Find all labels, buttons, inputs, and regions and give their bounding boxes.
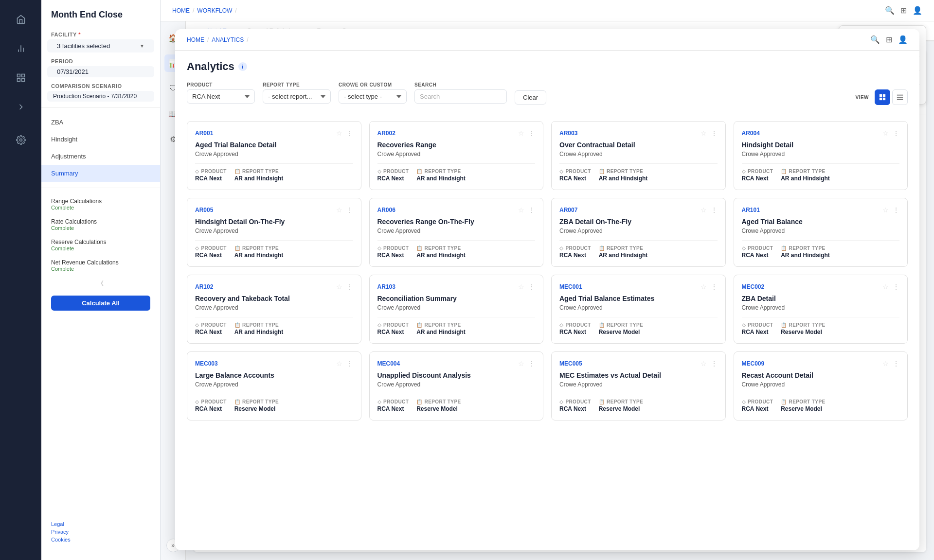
analytics-card[interactable]: AR102 ☆ ⋮ Recovery and Takeback Total Cr… bbox=[187, 275, 361, 344]
grid-view-button[interactable] bbox=[875, 89, 890, 105]
analytics-card[interactable]: AR101 ☆ ⋮ Aged Trial Balance Crowe Appro… bbox=[734, 198, 908, 267]
search-icon-2[interactable]: 🔍 bbox=[870, 35, 880, 44]
product-value: RCA Next bbox=[195, 405, 227, 412]
facility-selector[interactable]: 3 facilities selected ▼ bbox=[47, 39, 154, 52]
search-label: SEARCH bbox=[414, 82, 507, 88]
star-icon[interactable]: ☆ bbox=[882, 129, 889, 137]
net-revenue-calculations[interactable]: Net Revenue Calculations Complete bbox=[41, 255, 160, 276]
analytics-card[interactable]: AR003 ☆ ⋮ Over Contractual Detail Crowe … bbox=[551, 121, 726, 190]
star-icon[interactable]: ☆ bbox=[518, 360, 524, 368]
card-divider bbox=[559, 240, 718, 241]
card-actions: ☆ ⋮ bbox=[518, 360, 535, 368]
analytics-card[interactable]: AR004 ☆ ⋮ Hindsight Detail Crowe Approve… bbox=[734, 121, 908, 190]
report-type-select[interactable]: - select report... bbox=[263, 89, 331, 104]
analytics-card[interactable]: MEC004 ☆ ⋮ Unapplied Discount Analysis C… bbox=[369, 351, 544, 420]
sidebar-item-zba[interactable]: ZBA bbox=[41, 114, 160, 131]
more-icon[interactable]: ⋮ bbox=[893, 129, 899, 137]
privacy-link[interactable]: Privacy bbox=[51, 529, 150, 535]
star-icon[interactable]: ☆ bbox=[882, 360, 889, 368]
star-icon[interactable]: ☆ bbox=[336, 129, 342, 137]
more-icon[interactable]: ⋮ bbox=[346, 283, 353, 291]
sidebar-item-hindsight[interactable]: Hindsight bbox=[41, 131, 160, 148]
collapse-icon[interactable]: 《 bbox=[98, 280, 104, 288]
report-type-meta: 📋 REPORT TYPE AR and Hindsight bbox=[599, 169, 648, 182]
analytics-card[interactable]: MEC009 ☆ ⋮ Recast Account Detail Crowe A… bbox=[734, 351, 908, 420]
sidebar-item-adjustments[interactable]: Adjustments bbox=[41, 148, 160, 165]
home-breadcrumb[interactable]: HOME bbox=[172, 7, 190, 14]
grid-icon-2[interactable]: ⊞ bbox=[886, 35, 892, 44]
expand-icon[interactable] bbox=[11, 97, 31, 117]
crowe-custom-select[interactable]: - select type - bbox=[339, 89, 407, 104]
grid-icon[interactable] bbox=[11, 68, 31, 88]
analytics-card[interactable]: AR001 ☆ ⋮ Aged Trial Balance Detail Crow… bbox=[187, 121, 361, 190]
analytics-card[interactable]: AR006 ☆ ⋮ Recoveries Range On-The-Fly Cr… bbox=[369, 198, 544, 267]
more-icon[interactable]: ⋮ bbox=[711, 360, 718, 368]
analytics-card[interactable]: AR007 ☆ ⋮ ZBA Detail On-The-Fly Crowe Ap… bbox=[551, 198, 726, 267]
analytics-card[interactable]: MEC005 ☆ ⋮ MEC Estimates vs Actual Detai… bbox=[551, 351, 726, 420]
user-icon[interactable]: 👤 bbox=[913, 6, 922, 15]
analytics-card[interactable]: MEC001 ☆ ⋮ Aged Trial Balance Estimates … bbox=[551, 275, 726, 344]
star-icon[interactable]: ☆ bbox=[336, 283, 342, 291]
home-breadcrumb-2[interactable]: HOME bbox=[187, 36, 204, 43]
analytics-card[interactable]: MEC003 ☆ ⋮ Large Balance Accounts Crowe … bbox=[187, 351, 361, 420]
star-icon[interactable]: ☆ bbox=[700, 129, 707, 137]
more-icon[interactable]: ⋮ bbox=[346, 129, 353, 137]
workflow-breadcrumb[interactable]: WORKFLOW bbox=[197, 7, 232, 14]
list-view-button[interactable] bbox=[892, 89, 908, 105]
card-approval: Crowe Approved bbox=[742, 381, 900, 388]
more-icon[interactable]: ⋮ bbox=[528, 283, 535, 291]
product-select[interactable]: RCA Next bbox=[187, 89, 255, 104]
product-meta: ◇ PRODUCT RCA Next bbox=[742, 245, 773, 259]
product-icon: ◇ bbox=[195, 245, 199, 251]
more-icon[interactable]: ⋮ bbox=[711, 206, 718, 214]
legal-link[interactable]: Legal bbox=[51, 521, 150, 527]
analytics-breadcrumb-item[interactable]: ANALYTICS bbox=[212, 36, 244, 43]
star-icon[interactable]: ☆ bbox=[518, 283, 524, 291]
star-icon[interactable]: ☆ bbox=[518, 206, 524, 214]
more-icon[interactable]: ⋮ bbox=[711, 283, 718, 291]
star-icon[interactable]: ☆ bbox=[700, 283, 707, 291]
star-icon[interactable]: ☆ bbox=[882, 283, 889, 291]
cookies-link[interactable]: Cookies bbox=[51, 537, 150, 542]
product-value: RCA Next bbox=[559, 175, 591, 182]
analytics-topbar: HOME / ANALYTICS / 🔍 ⊞ 👤 bbox=[175, 29, 919, 51]
search-icon[interactable]: 🔍 bbox=[885, 6, 895, 15]
home-icon[interactable] bbox=[11, 10, 31, 29]
more-icon[interactable]: ⋮ bbox=[346, 360, 353, 368]
range-calculations[interactable]: Range Calculations Complete bbox=[41, 194, 160, 214]
clear-button[interactable]: Clear bbox=[515, 90, 546, 105]
sidebar-item-summary[interactable]: Summary bbox=[41, 165, 160, 182]
star-icon[interactable]: ☆ bbox=[336, 206, 342, 214]
star-icon[interactable]: ☆ bbox=[882, 206, 889, 214]
chevron-down-icon: ▼ bbox=[140, 43, 144, 49]
report-type-value: AR and Hindsight bbox=[599, 175, 648, 182]
more-icon[interactable]: ⋮ bbox=[893, 360, 899, 368]
grid-icon-top[interactable]: ⊞ bbox=[900, 6, 907, 15]
search-input[interactable] bbox=[414, 89, 507, 104]
star-icon[interactable]: ☆ bbox=[700, 360, 707, 368]
analytics-card[interactable]: MEC002 ☆ ⋮ ZBA Detail Crowe Approved ◇ P… bbox=[734, 275, 908, 344]
star-icon[interactable]: ☆ bbox=[336, 360, 342, 368]
analytics-card[interactable]: AR103 ☆ ⋮ Reconciliation Summary Crowe A… bbox=[369, 275, 544, 344]
star-icon[interactable]: ☆ bbox=[700, 206, 707, 214]
more-icon[interactable]: ⋮ bbox=[893, 283, 899, 291]
card-title: Hindsight Detail On-The-Fly bbox=[195, 218, 353, 226]
calculate-all-button[interactable]: Calculate All bbox=[51, 296, 150, 311]
settings-icon[interactable] bbox=[11, 130, 31, 150]
user-icon-2[interactable]: 👤 bbox=[898, 35, 908, 44]
analytics-icon[interactable] bbox=[11, 39, 31, 58]
more-icon[interactable]: ⋮ bbox=[528, 129, 535, 137]
star-icon[interactable]: ☆ bbox=[518, 129, 524, 137]
reserve-calculations[interactable]: Reserve Calculations Complete bbox=[41, 235, 160, 255]
rate-calculations[interactable]: Rate Calculations Complete bbox=[41, 214, 160, 235]
more-icon[interactable]: ⋮ bbox=[711, 129, 718, 137]
analytics-card[interactable]: AR002 ☆ ⋮ Recoveries Range Crowe Approve… bbox=[369, 121, 544, 190]
more-icon[interactable]: ⋮ bbox=[528, 360, 535, 368]
report-type-value: Reserve Model bbox=[781, 405, 825, 412]
more-icon[interactable]: ⋮ bbox=[528, 206, 535, 214]
more-icon[interactable]: ⋮ bbox=[893, 206, 899, 214]
info-icon[interactable]: i bbox=[238, 62, 247, 71]
analytics-card[interactable]: AR005 ☆ ⋮ Hindsight Detail On-The-Fly Cr… bbox=[187, 198, 361, 267]
more-icon[interactable]: ⋮ bbox=[346, 206, 353, 214]
card-approval: Crowe Approved bbox=[377, 228, 536, 234]
